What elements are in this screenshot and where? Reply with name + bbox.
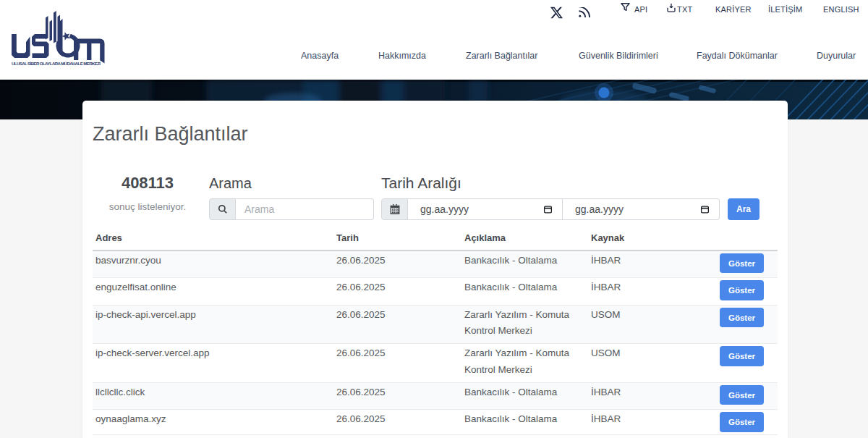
svg-text:ULUSAL SİBER OLAYLARA MÜDAHALE: ULUSAL SİBER OLAYLARA MÜDAHALE MERKEZİ — [12, 62, 101, 66]
